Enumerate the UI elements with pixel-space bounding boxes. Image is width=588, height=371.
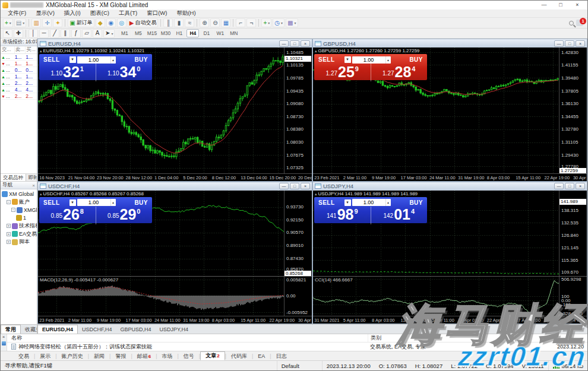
- buy-button[interactable]: BUY: [134, 56, 148, 63]
- one-click-buy-price[interactable]: 1.27284: [371, 65, 428, 80]
- buy-button[interactable]: BUY: [409, 56, 423, 63]
- column-ask[interactable]: 买...: [26, 46, 37, 53]
- new-order-button[interactable]: ▣新订单: [68, 18, 94, 27]
- lot-dropdown-button[interactable]: ▼: [344, 56, 351, 63]
- vertical-line-tool[interactable]: │: [29, 29, 38, 38]
- market-watch-row[interactable]: ▲...4...4...: [1, 87, 37, 93]
- terminal-tab-4[interactable]: 警报: [110, 353, 131, 360]
- chart-minimize-button[interactable]: —: [279, 183, 289, 189]
- terminal-tab-0[interactable]: 交易: [14, 353, 34, 360]
- window-close-button[interactable]: ×: [569, 1, 586, 9]
- navigator-item-indicators[interactable]: +技术指标: [1, 222, 37, 230]
- chart-tab-usdjpy[interactable]: USDJPY,H4: [156, 325, 192, 334]
- expand-icon[interactable]: +: [7, 240, 11, 244]
- market-watch-row[interactable]: ▼...1...1...: [1, 61, 37, 67]
- article-title[interactable]: 神经网络变得轻松（第四十五部分）：训练状态探索技能: [18, 343, 368, 351]
- chart-close-button[interactable]: ×: [301, 183, 310, 189]
- terminal-tab-10[interactable]: EA: [253, 353, 270, 360]
- new-chart-button[interactable]: +▾: [3, 18, 13, 27]
- chart-restore-button[interactable]: □: [565, 183, 574, 189]
- navigator-item-login[interactable]: 1: [1, 214, 37, 223]
- chart-plot[interactable]: ▴EURUSD,H4 1.10279 1.10392 1.10241 1.103…: [38, 47, 284, 173]
- mql5-community-button[interactable]: ◉: [106, 18, 116, 27]
- column-category[interactable]: 类别: [368, 334, 534, 342]
- menu-item-w[interactable]: 窗口(W): [142, 9, 172, 17]
- lot-spin-button[interactable]: ▲: [110, 56, 116, 64]
- zoom-in-button[interactable]: ⊕: [200, 18, 209, 27]
- timeframe-d1[interactable]: D1: [200, 29, 213, 37]
- market-watch-row[interactable]: ▲...2...2...: [1, 80, 37, 87]
- lot-spin-button[interactable]: ▲: [385, 56, 391, 64]
- lot-dropdown-button[interactable]: ▼: [344, 199, 351, 206]
- equidistant-channel-tool[interactable]: ∥: [61, 29, 70, 38]
- chart-close-button[interactable]: ×: [576, 183, 585, 189]
- timeframe-m5[interactable]: M5: [132, 29, 144, 37]
- metaeditor-button[interactable]: ◆: [96, 18, 105, 27]
- terminal-tab-11[interactable]: 日志: [271, 353, 292, 360]
- periods-button[interactable]: ◷▾: [273, 18, 284, 27]
- chart-window-titlebar[interactable]: USDJPY,H4—□×: [313, 182, 587, 191]
- article-row[interactable]: 神经网络变得轻松（第四十五部分）：训练状态探索技能 交易系统, EA交易, 专家…: [7, 343, 587, 351]
- timeframe-w1[interactable]: W1: [214, 29, 226, 37]
- timeframe-h4[interactable]: H4: [186, 29, 199, 37]
- timeframe-m1[interactable]: M1: [118, 29, 131, 37]
- terminal-tab-3[interactable]: 新闻: [89, 353, 109, 360]
- timeframe-mn[interactable]: MN: [227, 29, 240, 37]
- lot-input[interactable]: 1.00: [352, 199, 385, 206]
- chart-shift-button[interactable]: ¬: [246, 18, 256, 27]
- one-click-sell-price[interactable]: 1.27259: [314, 65, 371, 80]
- chart-tab-gbpusd[interactable]: GBPUSD,H4: [116, 325, 156, 334]
- website-button[interactable]: ◎: [117, 18, 127, 27]
- timeframe-h1[interactable]: H1: [173, 29, 185, 37]
- collapse-icon[interactable]: −: [7, 200, 11, 204]
- trendline-tool[interactable]: ╱: [50, 29, 59, 38]
- data-window-toggle[interactable]: ✛: [42, 18, 52, 27]
- menu-item-f[interactable]: 文件(F): [3, 9, 31, 17]
- terminal-tab-7[interactable]: 信号: [179, 353, 199, 360]
- menu-item-i[interactable]: 插入(I): [59, 9, 86, 17]
- chart-restore-button[interactable]: □: [565, 40, 574, 47]
- expand-icon[interactable]: +: [7, 232, 11, 236]
- navigator-tab-favorites[interactable]: 收藏夹: [21, 325, 37, 334]
- chart-restore-button[interactable]: □: [290, 40, 299, 47]
- crosshair-tool[interactable]: ✚: [14, 29, 23, 38]
- indicator-plot[interactable]: MACD(12,26,9) -0.005417 -0.000627: [38, 277, 284, 316]
- sell-button[interactable]: SELL: [43, 199, 60, 206]
- terminal-tab-1[interactable]: 展示: [35, 353, 55, 360]
- buy-button[interactable]: BUY: [134, 199, 148, 206]
- sell-button[interactable]: SELL: [318, 56, 335, 63]
- status-profile[interactable]: Default: [277, 361, 322, 370]
- menu-item-h[interactable]: 帮助(H): [172, 9, 200, 17]
- auto-scroll-button[interactable]: ⌐: [236, 18, 245, 27]
- chart-close-button[interactable]: ×: [301, 40, 310, 47]
- one-click-sell-price[interactable]: 0.85268: [39, 208, 96, 223]
- menu-item-c[interactable]: 图表(C): [86, 9, 114, 17]
- indicators-button[interactable]: +▾: [261, 18, 271, 27]
- one-click-sell-price[interactable]: 141989: [314, 208, 371, 223]
- text-tool[interactable]: A: [93, 29, 102, 38]
- one-click-sell-price[interactable]: 1.10321: [39, 65, 96, 80]
- chart-window-titlebar[interactable]: USDCHF,H4—□×: [38, 182, 312, 191]
- chart-minimize-button[interactable]: —: [554, 40, 564, 47]
- chart-plot[interactable]: ▴GBPUSD,H4 1.27260 1.27260 1.27259 1.272…: [313, 47, 559, 173]
- sell-button[interactable]: SELL: [43, 56, 60, 63]
- tile-windows-button[interactable]: ▦: [221, 18, 230, 27]
- chart-tab-eurusd[interactable]: EURUSD,H4: [37, 325, 78, 334]
- lot-spin-button[interactable]: ▲: [385, 199, 391, 206]
- lot-input[interactable]: 1.00: [77, 199, 110, 206]
- market-watch-row[interactable]: ▲...1...1...: [1, 74, 37, 80]
- lot-dropdown-button[interactable]: ▼: [69, 199, 76, 206]
- collapse-icon[interactable]: −: [11, 208, 15, 212]
- bar-chart-button[interactable]: ║: [163, 18, 173, 27]
- market-watch-row[interactable]: ▲...1...1...: [1, 54, 37, 61]
- window-maximize-button[interactable]: □: [552, 1, 569, 9]
- navigator-item-scripts[interactable]: +脚本: [1, 238, 37, 246]
- terminal-tab-6[interactable]: 市场: [157, 353, 178, 360]
- market-watch-row[interactable]: ▲...0...0...: [1, 67, 37, 74]
- cursor-tool[interactable]: ↖: [3, 29, 12, 38]
- horizontal-line-tool[interactable]: ─: [39, 29, 49, 38]
- candlestick-chart-button[interactable]: ▮: [174, 18, 184, 27]
- menu-item-v[interactable]: 显示(V): [31, 9, 59, 17]
- shapes-tool[interactable]: ▱: [82, 29, 91, 38]
- chart-restore-button[interactable]: □: [290, 183, 299, 189]
